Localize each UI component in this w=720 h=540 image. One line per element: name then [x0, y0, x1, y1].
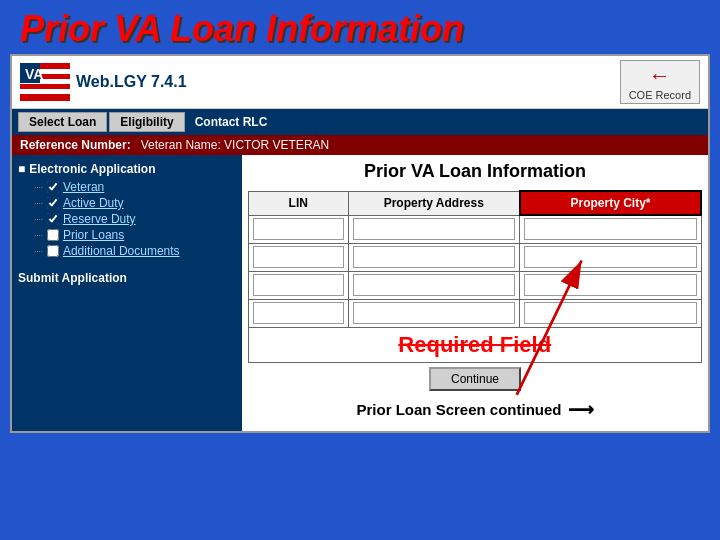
city-input-2[interactable]	[524, 246, 696, 268]
lin-input-2[interactable]	[253, 246, 344, 268]
content-area: ■ Electronic Application ···· Veteran ··…	[12, 155, 708, 431]
city-input-3[interactable]	[524, 274, 696, 296]
dots-icon3: ····	[34, 215, 43, 224]
veteran-link[interactable]: Veteran	[63, 180, 104, 194]
form-area: Prior VA Loan Information LIN Property A…	[242, 155, 708, 431]
col-lin: LIN	[249, 191, 349, 215]
svg-rect-3	[20, 89, 70, 94]
sidebar-item-veteran[interactable]: ···· Veteran	[16, 179, 238, 195]
coe-arrow-icon: ←	[649, 63, 671, 89]
veteran-name: Veteran Name: VICTOR VETERAN	[141, 138, 330, 152]
page-heading: Prior VA Loan Information	[0, 0, 720, 54]
col-property-address: Property Address	[348, 191, 520, 215]
right-arrow-icon: ⟶	[568, 399, 594, 421]
active-duty-link[interactable]: Active Duty	[63, 196, 124, 210]
electronic-app-header: ■ Electronic Application	[16, 161, 238, 177]
loan-table: LIN Property Address Property City*	[248, 190, 702, 363]
table-row	[249, 299, 702, 327]
coe-label: COE Record	[629, 89, 691, 101]
va-logo: VA	[20, 63, 70, 101]
submit-application-label: Submit Application	[16, 269, 238, 287]
dots-icon2: ····	[34, 199, 43, 208]
bottom-note-text: Prior Loan Screen continued	[356, 401, 561, 418]
lin-input-4[interactable]	[253, 302, 344, 324]
dots-icon5: ····	[34, 247, 43, 256]
table-wrapper: LIN Property Address Property City*	[248, 190, 702, 363]
bullet-icon: ■	[18, 162, 25, 176]
address-input-1[interactable]	[353, 218, 516, 240]
active-duty-checkbox[interactable]	[47, 197, 59, 209]
electronic-app-label: Electronic Application	[29, 162, 155, 176]
prior-loans-checkbox[interactable]	[47, 229, 59, 241]
sidebar: ■ Electronic Application ···· Veteran ··…	[12, 155, 242, 431]
reserve-duty-link[interactable]: Reserve Duty	[63, 212, 136, 226]
sidebar-section-electronic-app: ■ Electronic Application ···· Veteran ··…	[16, 161, 238, 259]
svg-text:VA: VA	[25, 66, 43, 82]
col-property-city: Property City*	[520, 191, 701, 215]
additional-docs-checkbox[interactable]	[47, 245, 59, 257]
eligibility-button[interactable]: Eligibility	[109, 112, 184, 132]
veteran-checkbox[interactable]	[47, 181, 59, 193]
logo-area: VA Web.LGY 7.4.1	[20, 63, 187, 101]
form-title: Prior VA Loan Information	[248, 161, 702, 182]
sidebar-item-additional-docs[interactable]: ···· Additional Documents	[16, 243, 238, 259]
reference-number-label: Reference Number:	[20, 138, 131, 152]
bottom-note: Prior Loan Screen continued ⟶	[248, 395, 702, 425]
dots-icon: ····	[34, 183, 43, 192]
city-input-4[interactable]	[524, 302, 696, 324]
address-input-3[interactable]	[353, 274, 516, 296]
address-input-4[interactable]	[353, 302, 516, 324]
table-row: Required Field	[249, 327, 702, 362]
app-version: Web.LGY 7.4.1	[76, 73, 187, 91]
table-row	[249, 215, 702, 243]
sidebar-item-reserve-duty[interactable]: ···· Reserve Duty	[16, 211, 238, 227]
table-row	[249, 271, 702, 299]
lin-input-1[interactable]	[253, 218, 344, 240]
nav-bar: Select Loan Eligibility Contact RLC	[12, 109, 708, 135]
continue-button[interactable]: Continue	[429, 367, 521, 391]
required-field-label: Required Field	[249, 328, 701, 362]
coe-record-button[interactable]: ← COE Record	[620, 60, 700, 104]
ref-bar: Reference Number: Veteran Name: VICTOR V…	[12, 135, 708, 155]
reserve-duty-checkbox[interactable]	[47, 213, 59, 225]
table-row	[249, 243, 702, 271]
select-loan-button[interactable]: Select Loan	[18, 112, 107, 132]
additional-docs-link[interactable]: Additional Documents	[63, 244, 180, 258]
sidebar-item-prior-loans[interactable]: ···· Prior Loans	[16, 227, 238, 243]
main-container: VA Web.LGY 7.4.1 ← COE Record Select Loa…	[10, 54, 710, 433]
contact-rlc-label: Contact RLC	[195, 115, 268, 129]
top-bar: VA Web.LGY 7.4.1 ← COE Record	[12, 56, 708, 109]
lin-input-3[interactable]	[253, 274, 344, 296]
dots-icon4: ····	[34, 231, 43, 240]
city-input-1[interactable]	[524, 218, 696, 240]
address-input-2[interactable]	[353, 246, 516, 268]
sidebar-item-active-duty[interactable]: ···· Active Duty	[16, 195, 238, 211]
prior-loans-link[interactable]: Prior Loans	[63, 228, 124, 242]
